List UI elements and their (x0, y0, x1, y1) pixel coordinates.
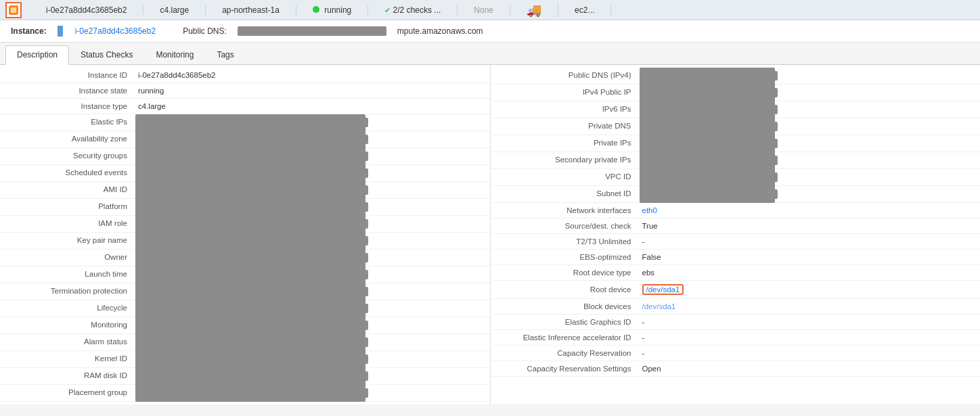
detail-value: False (640, 251, 981, 263)
detail-label: RAM disk ID (0, 369, 135, 382)
table-row: Capacity Reservation SettingsOpen (491, 361, 981, 377)
detail-value: - (640, 347, 981, 359)
detail-label: Secondary private IPs (491, 154, 640, 166)
detail-value: running (135, 85, 490, 97)
table-row: Block devices/dev/sda1 (491, 299, 981, 315)
detail-value[interactable]: eth0 (640, 204, 981, 216)
detail-label: VPC ID (491, 170, 640, 183)
detail-label: Scheduled events (0, 166, 135, 179)
detail-label: T2/T3 Unlimited (491, 235, 640, 248)
detail-value[interactable]: /dev/sda1 (640, 300, 981, 313)
svg-rect-1 (11, 7, 16, 13)
detail-label: EBS-optimized (491, 251, 640, 263)
table-row: Elastic Graphics ID- (491, 315, 981, 330)
instance-color-tag (58, 26, 63, 37)
dns-blurred (238, 26, 386, 36)
top-bar: i-0e27a8dd4c3685eb2 c4.large ap-northeas… (0, 0, 980, 20)
topbar-instance-type: c4.large (143, 5, 206, 15)
dns-label: Public DNS: (183, 26, 227, 36)
instance-header: Instance: i-0e27a8dd4c3685eb2 Public DNS… (0, 20, 980, 43)
detail-label: Lifecycle (0, 302, 135, 314)
detail-label: Launch time (0, 268, 135, 280)
detail-label: Termination protection (0, 285, 135, 297)
tab-status-checks[interactable]: Status Checks (69, 45, 144, 64)
detail-label: Public DNS (IPv4) (491, 69, 640, 81)
tab-tags[interactable]: Tags (205, 45, 245, 64)
table-row: EBS-optimizedFalse (491, 250, 981, 265)
right-panel: Public DNS (IPv4)IPv4 Public IPIPv6 IPsP… (491, 65, 981, 405)
detail-label: Kernel ID (0, 352, 135, 365)
table-row: T2/T3 Unlimited- (491, 234, 981, 250)
detail-label: Subnet ID (491, 187, 640, 200)
tab-monitoring[interactable]: Monitoring (144, 45, 205, 64)
detail-label: Alarm status (0, 336, 135, 348)
detail-label: Availability zone (0, 133, 135, 145)
topbar-ec2-label: ec2... (558, 5, 611, 15)
detail-label: Capacity Reservation Settings (491, 363, 640, 375)
dns-suffix: mpute.amazonaws.com (397, 26, 483, 36)
detail-label: AMI ID (0, 183, 135, 195)
detail-label: Network interfaces (491, 204, 640, 216)
detail-label: Key pair name (0, 234, 135, 246)
detail-label: Owner (0, 251, 135, 263)
table-row: Elastic Inference accelerator ID- (491, 330, 981, 346)
table-row: Instance typec4.large (0, 99, 490, 114)
table-row: Instance IDi-0e27a8dd4c3685eb2 (0, 68, 490, 83)
detail-value: - (640, 331, 981, 344)
instance-label: Instance: (11, 26, 47, 36)
detail-value: c4.large (135, 100, 490, 112)
table-row: Capacity Reservation- (491, 346, 981, 361)
table-row: Root device/dev/sda1 (491, 281, 981, 299)
detail-label: Instance state (0, 85, 135, 97)
detail-value: ebs (640, 267, 981, 279)
main-content: Instance IDi-0e27a8dd4c3685eb2Instance s… (0, 65, 980, 405)
topbar-az: ap-northeast-1a (206, 5, 296, 15)
detail-label: Private DNS (491, 120, 640, 132)
topbar-checks: ✔ 2/2 checks ... (368, 5, 458, 15)
detail-label: IPv6 IPs (491, 103, 640, 115)
detail-label: Instance type (0, 100, 135, 112)
topbar-truck: 🚚 (510, 3, 558, 18)
detail-value: i-0e27a8dd4c3685eb2 (135, 69, 490, 81)
table-row: Instance staterunning (0, 83, 490, 99)
tab-bar: Description Status Checks Monitoring Tag… (0, 43, 980, 65)
detail-label: Security groups (0, 149, 135, 162)
root-device-highlight: /dev/sda1 (642, 284, 684, 295)
detail-value: Open (640, 363, 981, 375)
detail-label: Instance ID (0, 69, 135, 81)
table-row: Root device typeebs (491, 265, 981, 281)
detail-label: Capacity Reservation (491, 347, 640, 359)
detail-label: Root device (491, 283, 640, 296)
status-dot (313, 6, 319, 13)
left-panel: Instance IDi-0e27a8dd4c3685eb2Instance s… (0, 65, 491, 405)
detail-label: Block devices (491, 300, 640, 313)
detail-label: Elastic Inference accelerator ID (491, 331, 640, 344)
detail-label: Root device type (491, 267, 640, 279)
table-row: Network interfaceseth0 (491, 203, 981, 218)
detail-value: /dev/sda1 (640, 282, 981, 297)
detail-label: Private IPs (491, 137, 640, 149)
table-row: Source/dest. checkTrue (491, 218, 981, 234)
truck-icon: 🚚 (527, 3, 541, 17)
instance-icon (5, 2, 22, 18)
topbar-instance-id: i-0e27a8dd4c3685eb2 (30, 5, 143, 15)
topbar-none: None (458, 5, 510, 15)
tab-description[interactable]: Description (5, 45, 69, 65)
detail-label: Platform (0, 200, 135, 212)
detail-value: - (640, 235, 981, 248)
instance-id-value[interactable]: i-0e27a8dd4c3685eb2 (75, 26, 156, 36)
detail-label: Placement group (0, 386, 135, 398)
detail-value: True (640, 220, 981, 232)
detail-label: IPv4 Public IP (491, 86, 640, 98)
detail-label: Monitoring (0, 319, 135, 331)
detail-label: Elastic IPs (0, 116, 135, 128)
detail-value: - (640, 316, 981, 328)
topbar-status: running (296, 5, 368, 15)
detail-label: Source/dest. check (491, 220, 640, 232)
detail-label: Elastic Graphics ID (491, 316, 640, 328)
detail-label: IAM role (0, 217, 135, 229)
